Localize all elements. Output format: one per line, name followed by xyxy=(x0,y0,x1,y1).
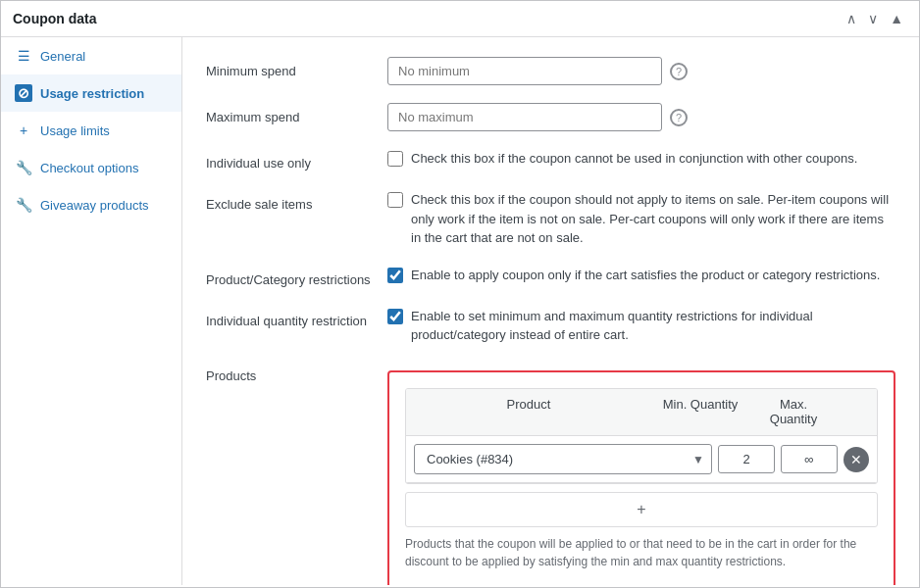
individual-use-checkbox[interactable] xyxy=(387,151,403,167)
minimum-spend-help-icon[interactable]: ? xyxy=(670,63,688,80)
col-header-min-qty: Min. Quantity xyxy=(651,389,749,435)
products-content: Product Min. Quantity Max. Quantity Cook… xyxy=(387,363,895,585)
individual-use-row: Individual use only Check this box if th… xyxy=(206,149,895,172)
individual-qty-checkbox[interactable] xyxy=(387,309,403,324)
usage-limits-icon: + xyxy=(15,122,32,139)
product-category-label: Product/Category restrictions xyxy=(206,266,387,289)
minimum-spend-row: Minimum spend ? xyxy=(206,57,895,85)
main-panel: Minimum spend ? Maximum spend ? Individu… xyxy=(182,37,919,585)
product-category-content: Enable to apply coupon only if the cart … xyxy=(387,266,895,285)
usage-restriction-icon: ⊘ xyxy=(15,84,32,102)
general-icon: ☰ xyxy=(15,47,32,65)
minimum-spend-label: Minimum spend xyxy=(206,57,387,80)
sidebar-item-label: Giveaway products xyxy=(40,198,149,213)
product-select-wrapper: Cookies (#834) ▼ xyxy=(414,444,712,474)
individual-use-content: Check this box if the coupon cannot be u… xyxy=(387,149,895,169)
exclude-sale-content: Check this box if the coupon should not … xyxy=(387,190,895,248)
main-content: ☰ General ⊘ Usage restriction + Usage li… xyxy=(1,37,919,585)
col-header-product: Product xyxy=(406,389,651,435)
sidebar-item-label: Usage restriction xyxy=(40,86,144,101)
product-select[interactable]: Cookies (#834) xyxy=(414,444,712,474)
sidebar-item-giveaway-products[interactable]: 🔧 Giveaway products xyxy=(1,186,181,223)
exclude-sale-description: Check this box if the coupon should not … xyxy=(411,190,895,248)
products-description: Products that the coupon will be applied… xyxy=(405,535,878,570)
maximum-spend-help-icon[interactable]: ? xyxy=(670,109,688,126)
maximum-spend-content: ? xyxy=(387,103,895,131)
products-label: Products xyxy=(206,363,387,383)
sidebar-item-label: Checkout options xyxy=(40,161,138,175)
window-controls: ∧ ∨ ▲ xyxy=(843,9,907,28)
product-category-description: Enable to apply coupon only if the cart … xyxy=(411,266,880,285)
product-category-checkbox-row: Enable to apply coupon only if the cart … xyxy=(387,266,880,285)
add-product-button[interactable]: + xyxy=(405,492,878,527)
individual-qty-description: Enable to set minimum and maximum quanti… xyxy=(411,307,895,345)
maximum-spend-row: Maximum spend ? xyxy=(206,103,895,131)
products-section-row: Products Product Min. Quantity Max. Quan… xyxy=(206,363,895,585)
maximum-spend-input[interactable] xyxy=(387,103,662,131)
sidebar-item-label: Usage limits xyxy=(40,123,110,138)
individual-qty-checkbox-row: Enable to set minimum and maximum quanti… xyxy=(387,307,895,345)
sidebar-item-usage-limits[interactable]: + Usage limits xyxy=(1,112,181,149)
product-category-row: Product/Category restrictions Enable to … xyxy=(206,266,895,289)
checkout-options-icon: 🔧 xyxy=(15,159,32,176)
minimum-spend-content: ? xyxy=(387,57,895,85)
sidebar-item-checkout-options[interactable]: 🔧 Checkout options xyxy=(1,149,181,186)
giveaway-products-icon: 🔧 xyxy=(15,196,32,214)
sidebar-item-label: General xyxy=(40,49,85,64)
sidebar-item-general[interactable]: ☰ General xyxy=(1,37,181,74)
minimum-spend-input[interactable] xyxy=(387,57,662,85)
individual-qty-label: Individual quantity restriction xyxy=(206,307,387,330)
max-qty-input[interactable] xyxy=(781,445,838,473)
col-header-action xyxy=(838,389,877,435)
exclude-sale-label: Exclude sale items xyxy=(206,190,387,214)
products-table-header: Product Min. Quantity Max. Quantity xyxy=(406,389,877,436)
product-category-checkbox[interactable] xyxy=(387,268,403,283)
sidebar: ☰ General ⊘ Usage restriction + Usage li… xyxy=(1,37,182,585)
individual-use-description: Check this box if the coupon cannot be u… xyxy=(411,149,857,169)
toggle-button[interactable]: ▲ xyxy=(886,9,907,28)
individual-qty-row: Individual quantity restriction Enable t… xyxy=(206,307,895,345)
individual-use-checkbox-row: Check this box if the coupon cannot be u… xyxy=(387,149,857,169)
coupon-data-window: Coupon data ∧ ∨ ▲ ☰ General ⊘ Usage rest… xyxy=(0,0,920,588)
exclude-sale-row: Exclude sale items Check this box if the… xyxy=(206,190,895,248)
products-highlighted-section: Product Min. Quantity Max. Quantity Cook… xyxy=(387,370,895,585)
individual-qty-content: Enable to set minimum and maximum quanti… xyxy=(387,307,895,345)
products-table: Product Min. Quantity Max. Quantity Cook… xyxy=(405,388,878,484)
window-title: Coupon data xyxy=(13,11,97,26)
min-qty-input[interactable] xyxy=(718,445,775,473)
sidebar-item-usage-restriction[interactable]: ⊘ Usage restriction xyxy=(1,74,181,112)
remove-product-button[interactable]: ✕ xyxy=(843,447,869,472)
exclude-sale-checkbox-row: Check this box if the coupon should not … xyxy=(387,190,895,248)
table-row: Cookies (#834) ▼ ✕ xyxy=(406,436,877,483)
maximum-spend-label: Maximum spend xyxy=(206,103,387,126)
individual-use-label: Individual use only xyxy=(206,149,387,172)
expand-button[interactable]: ∨ xyxy=(864,9,882,28)
exclude-sale-checkbox[interactable] xyxy=(387,192,403,208)
col-header-max-qty: Max. Quantity xyxy=(749,389,838,435)
collapse-button[interactable]: ∧ xyxy=(843,9,860,28)
title-bar: Coupon data ∧ ∨ ▲ xyxy=(1,1,919,37)
